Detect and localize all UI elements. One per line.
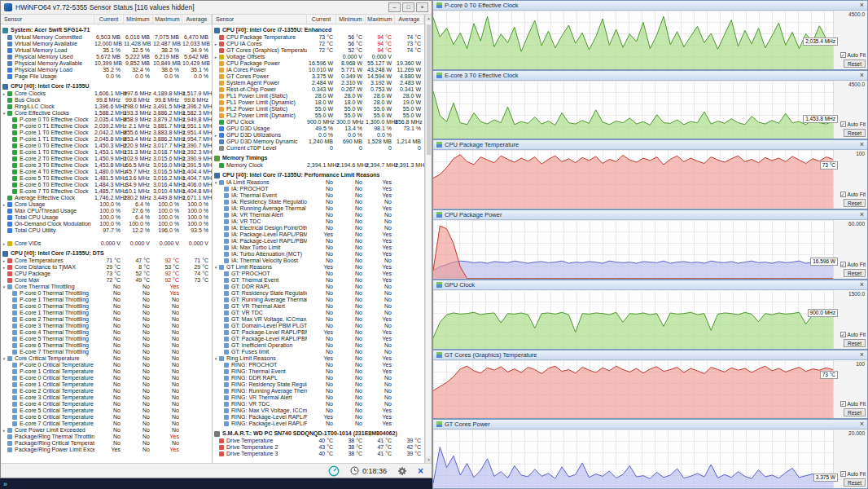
sensor-row[interactable]: E-core 6 Thermal ThrottlingNoNoNo — [1, 342, 212, 349]
sensor-row[interactable]: P-core 0 T0 Effective Clock2,035.4 MHz85… — [1, 117, 212, 123]
graph-titlebar[interactable]: GT Cores (Graphics) Temperature× — [433, 350, 867, 360]
sensor-row[interactable]: ▾Core Critical TemperatureNoNoNo — [1, 355, 212, 362]
graph-titlebar[interactable]: CPU Package Temperature× — [433, 140, 867, 150]
sensor-row[interactable]: E-core 2 T0 Effective Clock1,450.9 MHz10… — [1, 156, 212, 162]
column-header-minimum[interactable]: Minimum — [336, 15, 366, 24]
sensor-section-header[interactable]: CPU [#0]: Intel Core i7-1355U: Enhanced — [213, 26, 424, 34]
settings-gear-icon[interactable] — [397, 466, 407, 476]
sensor-row[interactable]: P-core 1 T1 Effective Clock2,045.8 MHz85… — [1, 136, 212, 143]
scrollbar-thumb[interactable] — [427, 24, 431, 155]
sensor-row[interactable]: RING: Residency State RegulationNoNoNo — [213, 381, 424, 388]
sensor-row[interactable]: ▾Core Effective Clocks1,588.2 MHz193.3 M… — [1, 110, 212, 117]
sensor-row[interactable]: IA Cores Power10.010 W5.771 W43.248 W11.… — [213, 67, 424, 73]
sensor-row[interactable]: IA: VR Thermal AlertNoNoNo — [213, 212, 424, 218]
sensor-row[interactable]: ▸Core Temperatures71 °C47 °C92 °C71 °C — [1, 258, 212, 264]
sensor-row[interactable]: P-core 1 T0 Effective Clock2,042.2 MHz85… — [1, 130, 212, 136]
sensor-row[interactable]: ▸Core VIDs0.000 V0.000 V0.000 V0.000 V — [1, 240, 212, 247]
close-button[interactable]: × — [416, 2, 428, 12]
sensor-row[interactable]: GT: Max VR Voltage, ICCmax, PL4NoNoYes — [213, 316, 424, 323]
sensor-row[interactable]: Current cTDP Level0000 — [213, 145, 424, 152]
sensor-row[interactable]: Package/Ring Critical TemperatureNoNoNo — [1, 440, 212, 447]
sensor-row[interactable]: E-core 1 Critical TemperatureNoNoNo — [1, 381, 212, 388]
sensor-row[interactable]: E-core 5 T0 Effective Clock1,481.5 MHz13… — [1, 175, 212, 182]
sensor-row[interactable]: ▸Core Clocks1,606.1 MHz997.6 MHz4,189.8 … — [1, 90, 212, 97]
sensor-row[interactable]: GT: Residency State RegulationNoNoNo — [213, 290, 424, 297]
sensor-row[interactable]: ▸Core Usage100.0 %6.4 %100.0 %100.0 % — [1, 201, 212, 208]
autofit-control[interactable]: ✓Auto Fit — [840, 121, 866, 127]
autofit-control[interactable]: ✓Auto Fit — [840, 52, 866, 58]
sensor-row[interactable]: IA: Package-Level RAPL/PBM PL1YesNoYes — [213, 231, 424, 238]
sensor-row[interactable]: ▾Core Thermal ThrottlingNoNoYes — [1, 284, 212, 290]
sensor-row[interactable]: E-core 1 T0 Effective Clock1,453.1 MHz13… — [1, 149, 212, 156]
sensor-row[interactable]: Ring/LLC Clock1,396.6 MHz798.0 MHz3,491.… — [1, 104, 212, 110]
sensor-row[interactable]: E-core 4 T0 Effective Clock1,480.0 MHz45… — [1, 169, 212, 175]
gauge-icon[interactable] — [328, 465, 340, 477]
column-header-sensor[interactable]: Sensor — [1, 15, 94, 24]
sensor-row[interactable]: ▾IA Limit ReasonsNoNoYes — [213, 179, 424, 186]
sensor-row[interactable]: GT: Package-Level RAPL/PBM PL1YesNoYes — [213, 329, 424, 336]
column-header-maximum[interactable]: Maximum — [153, 15, 182, 24]
sensor-row[interactable]: RING: VR TDCNoNoNo — [213, 401, 424, 408]
sensor-row[interactable]: IA: Running Average Thermal LimitNoNoYes — [213, 205, 424, 212]
column-header-minimum[interactable]: Minimum — [124, 15, 153, 24]
sensor-row[interactable]: RING: PROCHOTNoNoYes — [213, 362, 424, 368]
expander-icon[interactable]: ▸ — [1, 90, 7, 97]
sensor-section-header[interactable]: CPU [#0]: Intel Core i7-1355U: DTS — [1, 249, 212, 258]
sensor-section-header[interactable]: S.M.A.R.T.: WD PC SN740 SDDQNQD-1T00-101… — [213, 430, 424, 438]
sensor-row[interactable]: P-core 0 Thermal ThrottlingNoNoYes — [1, 290, 212, 297]
sensor-row[interactable]: CPU Package Power16.596 W8.968 W55.127 W… — [213, 60, 424, 67]
sensor-row[interactable]: Memory Clock2,394.1 MHz2,194.6 MHz2,394.… — [213, 162, 424, 169]
sensor-row[interactable]: IA: Turbo Attenuation (MCT)NoNoYes — [213, 251, 424, 258]
sensor-row[interactable]: GT: Package-Level RAPL/PBM PL2NoNoYes — [213, 336, 424, 342]
expander-icon[interactable]: ▾ — [213, 355, 219, 362]
column-header-average[interactable]: Average — [182, 15, 212, 24]
scroll-up-arrow[interactable]: ▴ — [426, 15, 432, 21]
autofit-checkbox[interactable]: ✓ — [840, 262, 846, 267]
sensor-row[interactable]: GT: VR TDCNoNoNo — [213, 310, 424, 316]
vertical-scrollbar[interactable]: ▴ ▾ — [425, 15, 432, 463]
sensor-row[interactable]: ▸CPU IA Cores72 °C56 °C94 °C73 °C — [213, 41, 424, 47]
autofit-control[interactable]: ✓Auto Fit — [840, 192, 866, 197]
sensor-row[interactable]: System Agent Power2.484 W2.310 W3.192 W2… — [213, 80, 424, 86]
sensor-row[interactable]: On-Demand Clock Modulation100.0 %100.0 %… — [1, 221, 212, 227]
reset-button[interactable]: Reset — [844, 478, 866, 487]
sensor-row[interactable]: GT: VR Thermal AlertNoNoNo — [213, 303, 424, 310]
sensor-row[interactable]: RING: DDR RAPLNoNoNo — [213, 375, 424, 381]
column-header-sensor[interactable]: Sensor — [213, 15, 307, 24]
sensor-row[interactable]: GT: Thermal EventNoNoYes — [213, 277, 424, 284]
autofit-control[interactable]: ✓Auto Fit — [840, 262, 866, 267]
sensor-row[interactable]: RING: Package-Level RAPL/PBM PL1YesNoYes — [213, 414, 424, 421]
sensor-row[interactable]: Virtual Memory Available12,000 MB11,428 … — [1, 41, 212, 47]
column-header-row[interactable]: Sensor Current Minimum Maximum Average — [213, 15, 424, 24]
sensor-row[interactable]: IA: VR TDCNoNoNo — [213, 218, 424, 225]
close-icon[interactable]: × — [860, 281, 864, 289]
sensor-row[interactable]: E-core 5 Critical TemperatureNoNoNo — [1, 408, 212, 414]
autofit-checkbox[interactable]: ✓ — [840, 52, 846, 58]
close-icon[interactable]: × — [860, 351, 864, 359]
minimize-button[interactable]: – — [388, 2, 401, 12]
sensor-row[interactable]: Physical Memory Used5,672 MB5,222 MB6,21… — [1, 54, 212, 60]
reset-button[interactable]: Reset — [844, 59, 866, 68]
sensor-row[interactable]: Virtual Memory Committed6,503 MB6,016 MB… — [1, 34, 212, 41]
sensor-row[interactable]: Bus Clock99.8 MHz99.8 MHz99.8 MHz99.8 MH… — [1, 97, 212, 104]
sensor-row[interactable]: Drive Temperature 340 °C38 °C41 °C39 °C — [213, 451, 424, 457]
reset-button[interactable]: Reset — [844, 269, 866, 277]
sensor-row[interactable]: GT: Domain-Level PBM PLGTNoNoNo — [213, 323, 424, 329]
expander-icon[interactable]: ▸ — [213, 54, 219, 60]
sensor-row[interactable]: E-core 3 Thermal ThrottlingNoNoNo — [1, 323, 212, 329]
autofit-checkbox[interactable]: ✓ — [840, 401, 846, 407]
column-header-current[interactable]: Current — [94, 15, 124, 24]
sensor-row[interactable]: E-core 0 Critical TemperatureNoNoNo — [1, 375, 212, 381]
graph-titlebar[interactable]: GT Cores Power× — [433, 420, 867, 430]
sensor-section-header[interactable]: CPU [#0]: Intel Core i7-1355U: Performan… — [213, 171, 424, 179]
sensor-row[interactable]: E-core 2 Thermal ThrottlingNoNoNo — [1, 316, 212, 323]
sensor-row[interactable]: GT: Fuses limitNoNoNo — [213, 349, 424, 355]
graph-titlebar[interactable]: GPU Clock× — [433, 280, 867, 290]
sensor-row[interactable]: RING: Package-Level RAPL/PBM PL2NoNoYes — [213, 421, 424, 427]
sensor-section-header[interactable]: Memory Timings — [213, 154, 424, 162]
sensor-row[interactable]: GT: Running Average Thermal LimitNoNoNo — [213, 297, 424, 303]
sensor-row[interactable]: E-core 6 Critical TemperatureNoNoNo — [1, 414, 212, 421]
sensor-row[interactable]: ▾GT Limit ReasonsYesNoYes — [213, 264, 424, 271]
autofit-control[interactable]: ✓Auto Fit — [840, 332, 866, 337]
sensor-row[interactable]: E-core 3 Critical TemperatureNoNoNo — [1, 394, 212, 401]
